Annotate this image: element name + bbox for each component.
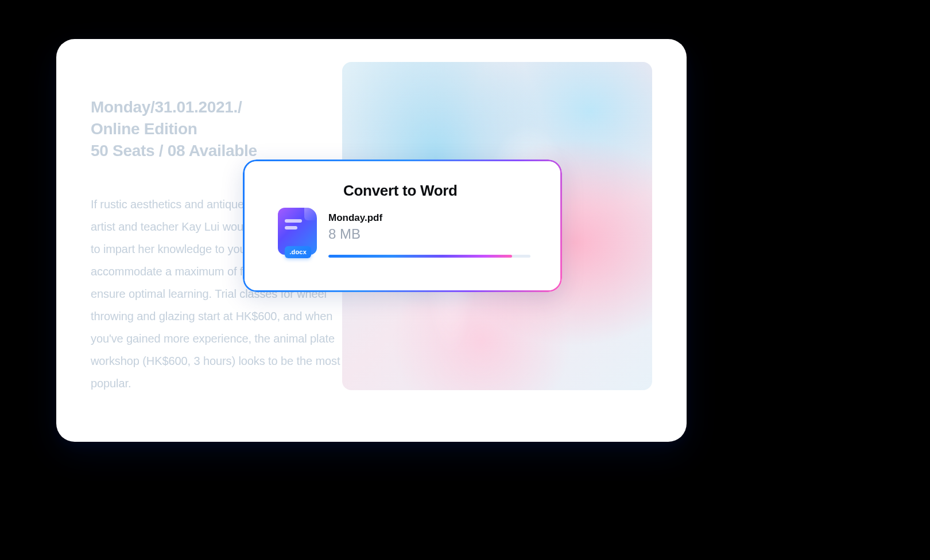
docx-file-icon: .docx [278, 208, 308, 260]
file-icon-line [285, 226, 297, 230]
dialog-inner: Convert to Word .docx Monday.pdf 8 MB [245, 161, 560, 290]
progress-bar [328, 255, 530, 258]
file-size: 8 MB [328, 226, 530, 242]
dialog-title: Convert to Word [343, 182, 530, 200]
heading-line-2: Online Edition [91, 120, 197, 138]
file-icon-badge: .docx [285, 246, 311, 258]
convert-dialog: Convert to Word .docx Monday.pdf 8 MB [243, 160, 562, 292]
file-info: Monday.pdf 8 MB [328, 211, 530, 258]
file-row: .docx Monday.pdf 8 MB [274, 211, 530, 260]
progress-fill [328, 255, 512, 258]
file-name: Monday.pdf [328, 212, 530, 224]
document-heading: Monday/31.01.2021./ Online Edition 50 Se… [91, 96, 366, 161]
heading-line-1: Monday/31.01.2021./ [91, 98, 242, 116]
file-icon-line [285, 219, 302, 223]
heading-line-3: 50 Seats / 08 Available [91, 142, 257, 160]
